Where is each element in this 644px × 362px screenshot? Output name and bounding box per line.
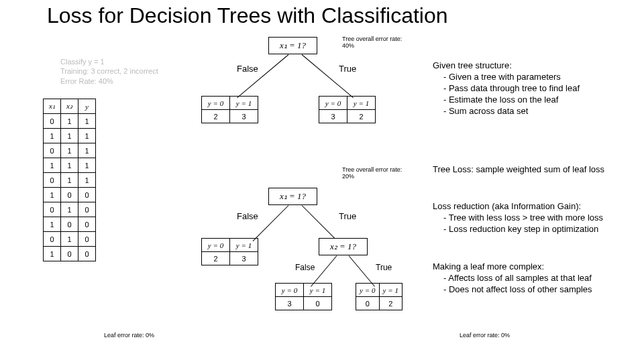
- text-title: Making a leaf more complex:: [433, 261, 634, 273]
- classify-line: Error Rate: 40%: [60, 76, 158, 86]
- slide-title: Loss for Decision Trees with Classificat…: [47, 3, 448, 28]
- leaf-hdr: y = 0: [356, 284, 380, 297]
- edge-label-false: False: [295, 263, 315, 272]
- classify-line: Training: 3 correct, 2 incorrect: [60, 66, 158, 76]
- leaf-hdr: y = 1: [230, 239, 258, 252]
- table-cell: 0: [78, 247, 96, 261]
- text-block-2: Tree Loss: sample weighted sum of leaf l…: [433, 164, 634, 176]
- leaf-val: 2: [202, 110, 230, 123]
- tree1-root: x₁ = 1?: [268, 37, 317, 54]
- text-line: - Affects loss of all samples at that le…: [433, 273, 634, 284]
- text-line: Tree Loss: sample weighted sum of leaf l…: [433, 164, 634, 176]
- text-title: Given tree structure:: [433, 60, 634, 72]
- leaf-error-left: Leaf error rate: 0%: [104, 332, 154, 339]
- table-cell: 0: [61, 217, 78, 232]
- text-line: - Pass data through tree to find leaf: [433, 83, 634, 95]
- tree2-sub-left: y = 0y = 1 30: [275, 283, 332, 310]
- text-line: - Estimate the loss on the leaf: [433, 95, 634, 106]
- col-header: y: [78, 99, 96, 114]
- leaf-hdr: y = 0: [276, 284, 304, 297]
- table-cell: 1: [61, 232, 78, 247]
- table-cell: 1: [44, 129, 61, 143]
- text-line: - Sum across data set: [433, 106, 634, 117]
- leaf-val: 2: [379, 297, 402, 310]
- text-line: - Does not affect loss of other samples: [433, 284, 634, 296]
- edge: [302, 205, 338, 241]
- edge-label-true: True: [339, 64, 356, 74]
- classify-summary: Classify y = 1 Training: 3 correct, 2 in…: [60, 57, 158, 86]
- table-cell: 1: [61, 143, 78, 158]
- classify-line: Classify y = 1: [60, 57, 158, 66]
- table-cell: 1: [61, 202, 78, 217]
- table-cell: 1: [78, 158, 96, 173]
- tree2-root: x₁ = 1?: [268, 188, 317, 205]
- edge: [302, 54, 354, 98]
- tree-error-label: Tree overall error rate: 20%: [342, 166, 402, 180]
- table-cell: 1: [61, 129, 78, 143]
- leaf-hdr: y = 1: [347, 97, 376, 110]
- leaf-val: 0: [304, 297, 332, 310]
- data-table: x₁ x₂ y 011111011111011100010100010100: [43, 99, 96, 261]
- leaf-val: 2: [347, 110, 376, 123]
- leaf-hdr: y = 0: [319, 97, 347, 110]
- leaf-error-right: Leaf error rate: 0%: [460, 332, 510, 339]
- text-block-4: Making a leaf more complex: - Affects lo…: [433, 261, 634, 296]
- table-cell: 1: [44, 217, 61, 232]
- text-line: - Loss reduction key step in optimizatio…: [433, 224, 634, 235]
- text-block-3: Loss reduction (aka Information Gain): -…: [433, 201, 634, 235]
- tree2-left-leaf: y = 0y = 1 23: [201, 238, 258, 265]
- col-header: x₂: [61, 99, 78, 114]
- table-cell: 1: [61, 173, 78, 188]
- table-cell: 0: [44, 232, 61, 247]
- text-title: Loss reduction (aka Information Gain):: [433, 201, 634, 213]
- tree-error-label: Tree overall error rate: 40%: [342, 36, 402, 49]
- table-cell: 1: [78, 114, 96, 129]
- edge: [349, 255, 375, 287]
- table-cell: 0: [61, 247, 78, 261]
- tree2-right-node: x₂ = 1?: [319, 238, 368, 255]
- table-cell: 0: [61, 188, 78, 202]
- edge-label-true: True: [339, 211, 356, 221]
- leaf-val: 3: [319, 110, 347, 123]
- edge-label-false: False: [237, 211, 258, 221]
- table-cell: 1: [61, 114, 78, 129]
- table-cell: 0: [78, 232, 96, 247]
- table-cell: 0: [78, 217, 96, 232]
- leaf-val: 3: [230, 252, 258, 265]
- text-block-1: Given tree structure: - Given a tree wit…: [433, 60, 634, 117]
- text-line: - Given a tree with parameters: [433, 72, 634, 83]
- table-cell: 0: [78, 202, 96, 217]
- table-cell: 0: [78, 188, 96, 202]
- leaf-val: 3: [276, 297, 304, 310]
- table-cell: 1: [44, 158, 61, 173]
- leaf-hdr: y = 1: [230, 97, 258, 110]
- leaf-hdr: y = 1: [304, 284, 332, 297]
- tree2-sub-right: y = 0y = 1 02: [356, 283, 402, 310]
- edge: [237, 54, 288, 98]
- leaf-val: 0: [356, 297, 380, 310]
- table-cell: 0: [44, 173, 61, 188]
- table-cell: 1: [78, 173, 96, 188]
- table-cell: 1: [78, 129, 96, 143]
- table-cell: 1: [44, 247, 61, 261]
- leaf-hdr: y = 0: [202, 97, 230, 110]
- table-cell: 1: [78, 143, 96, 158]
- table-cell: 0: [44, 143, 61, 158]
- text-line: - Tree with less loss > tree with more l…: [433, 213, 634, 224]
- leaf-hdr: y = 1: [379, 284, 402, 297]
- table-cell: 1: [61, 158, 78, 173]
- table-cell: 1: [44, 188, 61, 202]
- leaf-val: 3: [230, 110, 258, 123]
- edge-label-true: True: [376, 263, 392, 272]
- col-header: x₁: [44, 99, 61, 114]
- table-cell: 0: [44, 114, 61, 129]
- tree1-left-leaf: y = 0y = 1 23: [201, 96, 258, 123]
- edge-label-false: False: [237, 64, 258, 74]
- tree1-right-leaf: y = 0y = 1 32: [319, 96, 376, 123]
- leaf-hdr: y = 0: [202, 239, 230, 252]
- leaf-val: 2: [202, 252, 230, 265]
- table-cell: 0: [44, 202, 61, 217]
